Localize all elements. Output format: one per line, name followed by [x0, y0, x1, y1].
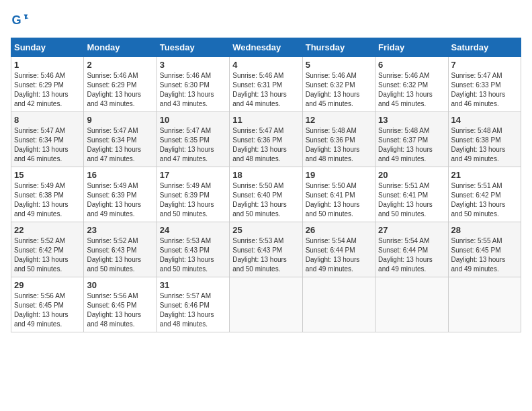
day-number: 26: [306, 225, 372, 235]
calendar-cell: 17 Sunrise: 5:49 AM Sunset: 6:39 PM Dayl…: [157, 167, 229, 222]
day-info: Sunrise: 5:48 AM Sunset: 6:37 PM Dayligh…: [378, 126, 445, 164]
day-number: 14: [451, 115, 518, 125]
day-info: Sunrise: 5:50 AM Sunset: 6:41 PM Dayligh…: [306, 181, 372, 219]
calendar-cell: 13 Sunrise: 5:48 AM Sunset: 6:37 PM Dayl…: [375, 112, 448, 167]
day-number: 20: [378, 170, 445, 180]
day-info: Sunrise: 5:52 AM Sunset: 6:43 PM Dayligh…: [87, 236, 153, 274]
day-number: 10: [160, 115, 226, 125]
calendar-cell: 19 Sunrise: 5:50 AM Sunset: 6:41 PM Dayl…: [302, 167, 375, 222]
weekday-header-friday: Friday: [375, 38, 448, 57]
day-number: 31: [160, 280, 226, 290]
day-number: 19: [306, 170, 372, 180]
day-info: Sunrise: 5:56 AM Sunset: 6:45 PM Dayligh…: [14, 291, 81, 329]
calendar-cell: 1 Sunrise: 5:46 AM Sunset: 6:29 PM Dayli…: [11, 57, 84, 112]
calendar-cell: 12 Sunrise: 5:48 AM Sunset: 6:36 PM Dayl…: [302, 112, 375, 167]
day-info: Sunrise: 5:57 AM Sunset: 6:46 PM Dayligh…: [160, 291, 226, 329]
calendar-cell: 23 Sunrise: 5:52 AM Sunset: 6:43 PM Dayl…: [84, 222, 157, 277]
calendar-cell: 7 Sunrise: 5:47 AM Sunset: 6:33 PM Dayli…: [448, 57, 521, 112]
day-info: Sunrise: 5:55 AM Sunset: 6:45 PM Dayligh…: [451, 236, 518, 274]
calendar-cell: 29 Sunrise: 5:56 AM Sunset: 6:45 PM Dayl…: [11, 277, 84, 332]
day-number: 12: [306, 115, 372, 125]
day-number: 22: [14, 225, 81, 235]
day-info: Sunrise: 5:46 AM Sunset: 6:32 PM Dayligh…: [306, 71, 372, 109]
calendar-cell: 11 Sunrise: 5:47 AM Sunset: 6:36 PM Dayl…: [230, 112, 302, 167]
calendar-cell: 25 Sunrise: 5:53 AM Sunset: 6:43 PM Dayl…: [230, 222, 302, 277]
day-info: Sunrise: 5:52 AM Sunset: 6:42 PM Dayligh…: [14, 236, 81, 274]
weekday-header-monday: Monday: [84, 38, 157, 57]
day-info: Sunrise: 5:51 AM Sunset: 6:42 PM Dayligh…: [451, 181, 518, 219]
day-info: Sunrise: 5:49 AM Sunset: 6:39 PM Dayligh…: [160, 181, 226, 219]
calendar-cell: 22 Sunrise: 5:52 AM Sunset: 6:42 PM Dayl…: [11, 222, 84, 277]
calendar-cell: 21 Sunrise: 5:51 AM Sunset: 6:42 PM Dayl…: [448, 167, 521, 222]
calendar-cell: [230, 277, 302, 332]
calendar-cell: 3 Sunrise: 5:46 AM Sunset: 6:30 PM Dayli…: [157, 57, 229, 112]
day-number: 28: [451, 225, 518, 235]
week-row-4: 22 Sunrise: 5:52 AM Sunset: 6:42 PM Dayl…: [11, 222, 521, 277]
day-info: Sunrise: 5:49 AM Sunset: 6:39 PM Dayligh…: [87, 181, 153, 219]
calendar-cell: 18 Sunrise: 5:50 AM Sunset: 6:40 PM Dayl…: [230, 167, 302, 222]
day-info: Sunrise: 5:47 AM Sunset: 6:36 PM Dayligh…: [232, 126, 299, 164]
day-number: 24: [160, 225, 226, 235]
week-row-1: 1 Sunrise: 5:46 AM Sunset: 6:29 PM Dayli…: [11, 57, 521, 112]
header: G: [11, 11, 521, 30]
calendar-cell: 10 Sunrise: 5:47 AM Sunset: 6:35 PM Dayl…: [157, 112, 229, 167]
day-info: Sunrise: 5:46 AM Sunset: 6:32 PM Dayligh…: [378, 71, 445, 109]
week-row-3: 15 Sunrise: 5:49 AM Sunset: 6:38 PM Dayl…: [11, 167, 521, 222]
day-number: 18: [232, 170, 299, 180]
calendar-cell: 27 Sunrise: 5:54 AM Sunset: 6:44 PM Dayl…: [375, 222, 448, 277]
calendar-cell: [302, 277, 375, 332]
day-number: 27: [378, 225, 445, 235]
day-number: 8: [14, 115, 81, 125]
day-info: Sunrise: 5:47 AM Sunset: 6:34 PM Dayligh…: [87, 126, 153, 164]
day-info: Sunrise: 5:48 AM Sunset: 6:38 PM Dayligh…: [451, 126, 518, 164]
day-info: Sunrise: 5:56 AM Sunset: 6:45 PM Dayligh…: [87, 291, 153, 329]
day-info: Sunrise: 5:50 AM Sunset: 6:40 PM Dayligh…: [232, 181, 299, 219]
day-info: Sunrise: 5:49 AM Sunset: 6:38 PM Dayligh…: [14, 181, 81, 219]
calendar-cell: 28 Sunrise: 5:55 AM Sunset: 6:45 PM Dayl…: [448, 222, 521, 277]
calendar-cell: 9 Sunrise: 5:47 AM Sunset: 6:34 PM Dayli…: [84, 112, 157, 167]
weekday-header-sunday: Sunday: [11, 38, 84, 57]
week-row-2: 8 Sunrise: 5:47 AM Sunset: 6:34 PM Dayli…: [11, 112, 521, 167]
day-info: Sunrise: 5:54 AM Sunset: 6:44 PM Dayligh…: [306, 236, 372, 274]
day-number: 4: [232, 60, 299, 70]
day-info: Sunrise: 5:54 AM Sunset: 6:44 PM Dayligh…: [378, 236, 445, 274]
calendar-cell: 6 Sunrise: 5:46 AM Sunset: 6:32 PM Dayli…: [375, 57, 448, 112]
day-info: Sunrise: 5:53 AM Sunset: 6:43 PM Dayligh…: [232, 236, 299, 274]
day-info: Sunrise: 5:46 AM Sunset: 6:30 PM Dayligh…: [160, 71, 226, 109]
day-number: 29: [14, 280, 81, 290]
day-info: Sunrise: 5:46 AM Sunset: 6:29 PM Dayligh…: [14, 71, 81, 109]
calendar-cell: 26 Sunrise: 5:54 AM Sunset: 6:44 PM Dayl…: [302, 222, 375, 277]
calendar-table: SundayMondayTuesdayWednesdayThursdayFrid…: [11, 38, 521, 332]
weekday-header-tuesday: Tuesday: [157, 38, 229, 57]
calendar-cell: 8 Sunrise: 5:47 AM Sunset: 6:34 PM Dayli…: [11, 112, 84, 167]
day-number: 7: [451, 60, 518, 70]
day-number: 3: [160, 60, 226, 70]
day-number: 11: [232, 115, 299, 125]
day-number: 23: [87, 225, 153, 235]
calendar-cell: 5 Sunrise: 5:46 AM Sunset: 6:32 PM Dayli…: [302, 57, 375, 112]
day-number: 9: [87, 115, 153, 125]
day-number: 2: [87, 60, 153, 70]
calendar-cell: [375, 277, 448, 332]
week-row-5: 29 Sunrise: 5:56 AM Sunset: 6:45 PM Dayl…: [11, 277, 521, 332]
day-number: 15: [14, 170, 81, 180]
day-number: 16: [87, 170, 153, 180]
day-info: Sunrise: 5:47 AM Sunset: 6:35 PM Dayligh…: [160, 126, 226, 164]
calendar-cell: [448, 277, 521, 332]
day-number: 21: [451, 170, 518, 180]
day-number: 17: [160, 170, 226, 180]
calendar-cell: 24 Sunrise: 5:53 AM Sunset: 6:43 PM Dayl…: [157, 222, 229, 277]
day-number: 25: [232, 225, 299, 235]
logo-icon: G: [11, 11, 30, 30]
weekday-header-thursday: Thursday: [302, 38, 375, 57]
day-number: 30: [87, 280, 153, 290]
day-info: Sunrise: 5:46 AM Sunset: 6:31 PM Dayligh…: [232, 71, 299, 109]
svg-text:G: G: [11, 13, 21, 27]
calendar-cell: 2 Sunrise: 5:46 AM Sunset: 6:29 PM Dayli…: [84, 57, 157, 112]
day-info: Sunrise: 5:47 AM Sunset: 6:33 PM Dayligh…: [451, 71, 518, 109]
day-info: Sunrise: 5:51 AM Sunset: 6:41 PM Dayligh…: [378, 181, 445, 219]
day-number: 13: [378, 115, 445, 125]
calendar-cell: 14 Sunrise: 5:48 AM Sunset: 6:38 PM Dayl…: [448, 112, 521, 167]
day-info: Sunrise: 5:53 AM Sunset: 6:43 PM Dayligh…: [160, 236, 226, 274]
day-info: Sunrise: 5:46 AM Sunset: 6:29 PM Dayligh…: [87, 71, 153, 109]
